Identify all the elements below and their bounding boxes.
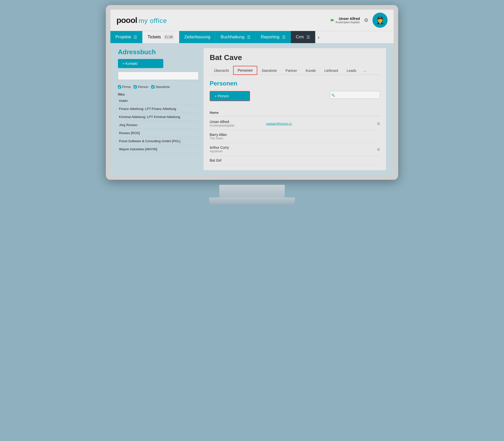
nav-label-zeiterfassung: Zeiterfassung — [184, 35, 210, 40]
status-dot — [331, 19, 334, 21]
tab-standorte[interactable]: Standorte — [257, 66, 281, 75]
list-item[interactable]: Huber — [118, 97, 199, 105]
filter-firma-label: Firma — [122, 85, 131, 89]
monitor-stand-neck — [219, 185, 285, 197]
filter-standorte[interactable]: Standorte — [151, 85, 170, 89]
nav-item-reporting[interactable]: Reporting ☰ — [256, 31, 291, 43]
tab-kunde[interactable]: Kunde — [301, 66, 320, 75]
nav-item-zeiterfassung[interactable]: Zeiterfassung — [179, 31, 215, 43]
column-name-header: Name — [210, 111, 218, 114]
nav-item-tickets[interactable]: Tickets 2 | 19 — [142, 31, 179, 43]
person-name: Unser Alfred — [210, 120, 266, 124]
sidebar: Adressbuch + Kontakt Firma Person — [118, 48, 199, 170]
nav-label-crm: Crm — [296, 35, 304, 40]
filter-person-label: Person — [138, 85, 148, 89]
company-title: Bat Cave — [210, 53, 380, 62]
filter-person[interactable]: Person — [134, 85, 148, 89]
person-name-col: Barry Allan The Flash — [210, 133, 266, 140]
list-item[interactable]: Rosseo [ROS] — [118, 129, 199, 137]
list-item[interactable]: Jörg Rosseo — [118, 121, 199, 129]
filter-firma-checkbox[interactable] — [118, 85, 121, 89]
list-item[interactable]: Poool Software & Consulting GmbH [POL] — [118, 137, 199, 145]
monitor-stand-base — [209, 197, 295, 204]
nav-item-crm[interactable]: Crm ☰ — [291, 31, 315, 43]
monitor-chin — [110, 175, 394, 180]
contact-list: Huber Finanz Abteilung: LPT-Finanz Abtei… — [118, 97, 199, 153]
user-name: Unser Alfred — [336, 17, 360, 21]
table-row[interactable]: Unser Alfred Kostenplankapitän captain@p… — [210, 117, 380, 130]
tab-personen[interactable]: Personen — [233, 66, 257, 75]
sidebar-search-wrapper — [118, 72, 199, 82]
person-name-col: Unser Alfred Kostenplankapitän — [210, 120, 266, 127]
filter-row: Firma Person Standorte — [118, 85, 199, 89]
logo: poool my office — [116, 16, 167, 25]
add-contact-button[interactable]: + Kontakt — [118, 59, 163, 68]
logo-myoffice: my office — [139, 17, 167, 25]
header-right: Unser Alfred Kostenplan-Kapitän ⚙ 🧑‍✈️ — [331, 13, 388, 28]
table-row[interactable]: Barry Allan The Flash — [210, 130, 380, 143]
filter-person-checkbox[interactable] — [134, 85, 137, 89]
table-row[interactable]: Arthur Curry Aquaman ⊞ — [210, 143, 380, 156]
content-area: Adressbuch + Kontakt Firma Person — [110, 43, 394, 175]
person-action-col: ⊞ — [372, 147, 380, 152]
person-email[interactable]: captain@poool.cc — [266, 122, 292, 126]
main-panel: Bat Cave Übersicht Personen Standorte Pa… — [204, 48, 386, 170]
monitor: poool my office Unser Alfred Kostenplan-… — [106, 5, 398, 180]
list-item[interactable]: Finanz Abteilung: LPT-Finanz Abteilung — [118, 105, 199, 113]
add-person-button[interactable]: + Person — [210, 91, 250, 101]
nav-menu-icon-buchhaltung: ☰ — [247, 35, 250, 40]
nav-chevron[interactable]: › — [315, 31, 322, 43]
tab-leads[interactable]: Leads — [342, 66, 361, 75]
user-text: Unser Alfred Kostenplan-Kapitän — [336, 17, 360, 24]
person-role: Aquaman — [210, 150, 266, 153]
tab-more-dots[interactable]: ... — [361, 66, 369, 75]
tab-partner[interactable]: Partner — [281, 66, 301, 75]
nav-menu-icon-crm: ☰ — [306, 35, 310, 40]
person-name-col: Bat Girl — [210, 158, 266, 162]
nav-badge-tickets: 2 | 19 — [164, 35, 174, 39]
table-row[interactable]: Bat Girl — [210, 156, 380, 165]
person-search-wrapper: 🔍 — [330, 91, 380, 99]
nav-label-tickets: Tickets — [147, 35, 161, 40]
nav-item-buchhaltung[interactable]: Buchhaltung ☰ — [215, 31, 256, 43]
filter-firma[interactable]: Firma — [118, 85, 131, 89]
nav-menu-icon-projekte: ☰ — [134, 35, 137, 40]
user-info: Unser Alfred Kostenplan-Kapitän — [331, 17, 360, 24]
row-action-icon[interactable]: ⊞ — [377, 147, 380, 151]
row-action-icon[interactable]: ⊞ — [377, 122, 380, 126]
tab-ubersicht[interactable]: Übersicht — [210, 66, 233, 75]
nav-label-reporting: Reporting — [261, 35, 279, 40]
filter-standorte-checkbox[interactable] — [151, 85, 154, 89]
table-header: Name — [210, 109, 380, 116]
person-name: Barry Allan — [210, 133, 266, 137]
adressbuch-title: Adressbuch — [118, 48, 199, 56]
gear-icon[interactable]: ⚙ — [364, 17, 368, 23]
person-action-col: ⊞ — [372, 121, 380, 126]
nav-label-projekte: Projekte — [115, 35, 131, 40]
personen-heading: Personen — [210, 80, 380, 87]
sidebar-search-input[interactable] — [118, 72, 199, 80]
tab-lieferant[interactable]: Lieferant — [320, 66, 342, 75]
navigation: Projekte ☰ Tickets 2 | 19 Zeiterfassung … — [110, 31, 394, 43]
person-email-col: captain@poool.cc — [266, 121, 322, 126]
header: poool my office Unser Alfred Kostenplan-… — [110, 10, 394, 31]
list-item[interactable]: Kriminal Abteilung: LPT Kriminal Abteilu… — [118, 113, 199, 121]
nav-label-buchhaltung: Buchhaltung — [220, 35, 244, 40]
person-name: Arthur Curry — [210, 145, 266, 150]
avatar: 🧑‍✈️ — [372, 13, 388, 28]
person-name: Bat Girl — [210, 158, 266, 162]
user-role: Kostenplan-Kapitän — [336, 21, 360, 24]
nav-menu-icon-reporting: ☰ — [282, 35, 286, 40]
list-item[interactable]: Wayne Industries [WAYIN] — [118, 145, 199, 153]
person-search-input[interactable] — [330, 91, 380, 99]
person-role: Kostenplankapitän — [210, 124, 266, 127]
filter-standorte-label: Standorte — [155, 85, 170, 89]
screen: poool my office Unser Alfred Kostenplan-… — [110, 10, 394, 175]
nav-item-projekte[interactable]: Projekte ☰ — [110, 31, 142, 43]
person-role: The Flash — [210, 137, 266, 140]
tabs: Übersicht Personen Standorte Partner Kun… — [210, 66, 380, 75]
contact-section-label: Neu — [118, 92, 199, 96]
logo-poool: poool — [116, 16, 137, 25]
person-name-col: Arthur Curry Aquaman — [210, 145, 266, 153]
